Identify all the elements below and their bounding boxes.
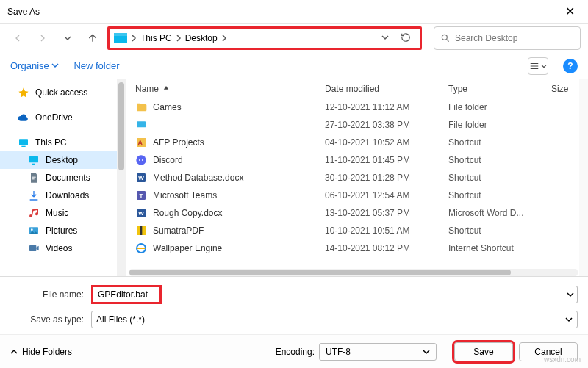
file-row[interactable]: AFP Projects04-10-2021 10:52 AMShortcut — [126, 134, 588, 151]
hide-folders-button[interactable]: Hide Folders — [10, 347, 72, 357]
file-row[interactable]: TMicrosoft Teams06-10-2021 12:54 AMShort… — [126, 187, 588, 204]
svg-text:W: W — [138, 175, 144, 181]
footer: Hide Folders Encoding: UTF-8 Save Cancel — [0, 334, 588, 368]
svg-point-14 — [139, 159, 140, 161]
encoding-label: Encoding: — [276, 347, 315, 357]
recent-locations-button[interactable] — [57, 28, 78, 48]
doc-icon — [28, 172, 40, 184]
file-row[interactable]: Games12-10-2021 11:12 AMFile folder — [126, 98, 588, 116]
file-row[interactable]: SumatraPDF10-10-2021 10:51 AMShortcut — [126, 222, 588, 239]
view-options-button[interactable] — [528, 57, 548, 75]
breadcrumb-this-pc[interactable]: This PC — [130, 33, 172, 43]
svg-rect-1 — [19, 139, 28, 145]
organise-menu[interactable]: Organise — [10, 60, 59, 71]
help-button[interactable]: ? — [563, 59, 578, 73]
svg-rect-3 — [29, 156, 38, 163]
video-icon — [28, 242, 40, 254]
search-input[interactable]: Search Desktop — [434, 26, 581, 50]
svg-rect-5 — [32, 176, 35, 176]
sidebar-item-desktop[interactable]: Desktop — [0, 151, 126, 169]
svg-rect-23 — [140, 226, 143, 235]
sidebar-item-this-pc[interactable]: This PC — [0, 134, 126, 151]
file-h-scrollbar[interactable] — [129, 269, 578, 276]
pc-icon — [18, 137, 29, 148]
file-row[interactable]: Discord11-10-2021 01:45 PMShortcut — [126, 151, 588, 169]
filename-input[interactable]: GPEditor.bat — [91, 285, 162, 304]
sidebar-scrollbar[interactable] — [117, 79, 126, 276]
file-pane: Name Date modified Type Size Games12-10-… — [126, 79, 588, 276]
down-icon — [28, 190, 40, 201]
new-folder-button[interactable]: New folder — [74, 60, 119, 71]
column-headers[interactable]: Name Date modified Type Size — [126, 79, 588, 98]
watermark: wsxdn.com — [544, 356, 581, 364]
close-button[interactable]: ✕ — [559, 1, 581, 21]
sidebar-item-onedrive[interactable]: OneDrive — [0, 109, 126, 126]
discord-icon — [135, 154, 147, 166]
breadcrumb-tail[interactable] — [220, 35, 228, 42]
breadcrumb-label: Desktop — [185, 33, 218, 43]
address-dropdown[interactable] — [377, 33, 393, 43]
encoding-combo[interactable]: UTF-8 — [319, 343, 437, 361]
filename-dropdown[interactable] — [162, 286, 578, 303]
save-form: File name: GPEditor.bat Save as type: Al… — [0, 276, 588, 330]
sidebar-item-documents[interactable]: Documents — [0, 169, 126, 187]
svg-point-13 — [136, 155, 146, 165]
file-v-scrollbar[interactable] — [579, 79, 588, 276]
col-name[interactable]: Name — [135, 84, 325, 94]
back-button[interactable] — [7, 28, 28, 48]
sidebar-item-videos[interactable]: Videos — [0, 239, 126, 257]
svg-text:T: T — [140, 192, 143, 199]
word-icon: W — [135, 172, 147, 184]
breadcrumb-desktop[interactable]: Desktop — [175, 33, 218, 43]
desktop-icon — [28, 154, 40, 166]
cloud-icon — [18, 112, 29, 123]
ie-icon — [135, 242, 147, 254]
file-row[interactable]: WRough Copy.docx13-10-2021 05:37 PMMicro… — [126, 204, 588, 222]
sidebar-item-downloads[interactable]: Downloads — [0, 187, 126, 204]
folder-icon — [135, 101, 147, 113]
svg-rect-6 — [32, 177, 35, 178]
address-bar[interactable]: This PC Desktop — [107, 26, 422, 50]
music-icon — [28, 207, 40, 219]
title-bar: Save As ✕ — [0, 0, 588, 24]
word-icon: W — [135, 207, 147, 219]
sidebar-item-pictures[interactable]: Pictures — [0, 222, 126, 239]
save-button[interactable]: Save — [454, 342, 513, 361]
sidebar-item-music[interactable]: Music — [0, 204, 126, 222]
pic-icon — [28, 225, 40, 237]
svg-text:W: W — [138, 210, 144, 217]
svg-point-9 — [31, 228, 33, 231]
up-button[interactable] — [82, 28, 103, 48]
toolbar: Organise New folder ? — [0, 53, 588, 79]
svg-rect-2 — [21, 146, 25, 147]
teams-icon: T — [135, 190, 147, 201]
location-icon — [114, 33, 127, 43]
sidebar-item-quick-access[interactable]: Quick access — [0, 84, 126, 101]
saveastype-combo[interactable]: All Files (*.*) — [91, 311, 578, 328]
file-row[interactable]: WMethod Database.docx30-10-2021 01:28 PM… — [126, 169, 588, 187]
chevron-up-icon — [10, 348, 18, 356]
afp-icon — [135, 137, 147, 148]
file-row[interactable]: 27-10-2021 03:38 PMFile folder — [126, 116, 588, 134]
svg-rect-7 — [32, 178, 34, 179]
body: Quick accessOneDriveThis PCDesktopDocume… — [0, 79, 588, 276]
svg-rect-11 — [137, 121, 146, 127]
sumatra-icon — [135, 225, 147, 237]
forward-button[interactable] — [32, 28, 53, 48]
svg-rect-10 — [29, 245, 36, 251]
file-row[interactable]: Wallpaper Engine14-10-2021 08:12 PMInter… — [126, 239, 588, 257]
saveastype-label: Save as type: — [10, 314, 91, 325]
sidebar: Quick accessOneDriveThis PCDesktopDocume… — [0, 79, 126, 276]
col-date[interactable]: Date modified — [325, 84, 448, 94]
window-title: Save As — [7, 7, 40, 17]
search-placeholder: Search Desktop — [455, 33, 517, 43]
star-icon — [18, 87, 29, 98]
nav-bar: This PC Desktop Search Desktop — [0, 24, 588, 53]
sort-indicator-icon — [163, 84, 169, 94]
search-icon — [440, 33, 451, 43]
col-type[interactable]: Type — [448, 84, 551, 94]
svg-point-15 — [142, 159, 143, 161]
refresh-button[interactable] — [396, 32, 415, 45]
breadcrumb-label: This PC — [140, 33, 172, 43]
bluefolder-icon — [135, 119, 147, 131]
